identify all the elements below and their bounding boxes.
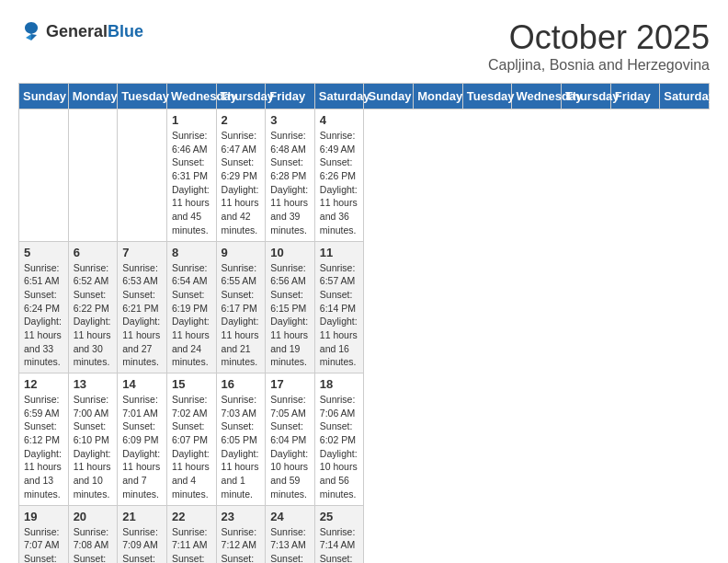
day-info: Sunrise: 7:09 AM Sunset: 5:57 PM Dayligh… <box>122 525 162 564</box>
day-info: Sunrise: 7:05 AM Sunset: 6:04 PM Dayligh… <box>270 393 310 501</box>
day-info: Sunrise: 7:07 AM Sunset: 6:00 PM Dayligh… <box>24 525 63 564</box>
day-cell-20: 20Sunrise: 7:08 AM Sunset: 5:59 PM Dayli… <box>68 505 118 563</box>
day-info: Sunrise: 7:06 AM Sunset: 6:02 PM Dayligh… <box>320 393 359 501</box>
day-number: 22 <box>172 510 211 523</box>
logo-text: GeneralBlue <box>46 22 143 41</box>
day-info: Sunrise: 6:52 AM Sunset: 6:22 PM Dayligh… <box>74 261 113 370</box>
empty-cell <box>118 109 167 242</box>
day-number: 14 <box>122 377 162 391</box>
col-header-saturday: Saturday <box>660 84 710 109</box>
day-info: Sunrise: 6:57 AM Sunset: 6:14 PM Dayligh… <box>320 261 359 370</box>
day-cell-25: 25Sunrise: 7:14 AM Sunset: 5:51 PM Dayli… <box>314 505 364 563</box>
day-number: 9 <box>222 246 261 259</box>
header-thursday: Thursday <box>216 84 266 109</box>
day-cell-15: 15Sunrise: 7:02 AM Sunset: 6:07 PM Dayli… <box>166 373 216 506</box>
header-sunday: Sunday <box>19 84 69 109</box>
day-cell-6: 6Sunrise: 6:52 AM Sunset: 6:22 PM Daylig… <box>68 241 118 373</box>
day-number: 12 <box>24 377 63 391</box>
day-number: 2 <box>222 113 261 127</box>
day-cell-18: 18Sunrise: 7:06 AM Sunset: 6:02 PM Dayli… <box>314 373 364 506</box>
col-header-monday: Monday <box>414 84 463 109</box>
calendar-header-row: SundayMondayTuesdayWednesdayThursdayFrid… <box>19 84 710 109</box>
day-cell-11: 11Sunrise: 6:57 AM Sunset: 6:14 PM Dayli… <box>314 241 364 373</box>
col-header-tuesday: Tuesday <box>462 84 512 109</box>
day-number: 3 <box>270 113 310 127</box>
day-info: Sunrise: 6:48 AM Sunset: 6:28 PM Dayligh… <box>270 129 310 237</box>
week-row-1: 1Sunrise: 6:46 AM Sunset: 6:31 PM Daylig… <box>19 109 710 242</box>
day-cell-10: 10Sunrise: 6:56 AM Sunset: 6:15 PM Dayli… <box>266 241 315 373</box>
day-cell-2: 2Sunrise: 6:47 AM Sunset: 6:29 PM Daylig… <box>216 109 266 242</box>
day-number: 5 <box>24 246 63 259</box>
day-info: Sunrise: 6:46 AM Sunset: 6:31 PM Dayligh… <box>172 129 211 237</box>
day-number: 11 <box>320 246 359 259</box>
day-info: Sunrise: 7:00 AM Sunset: 6:10 PM Dayligh… <box>74 393 113 501</box>
day-cell-9: 9Sunrise: 6:55 AM Sunset: 6:17 PM Daylig… <box>216 241 266 373</box>
day-info: Sunrise: 6:54 AM Sunset: 6:19 PM Dayligh… <box>172 261 211 370</box>
logo-general: General <box>46 22 108 40</box>
day-number: 23 <box>222 510 261 523</box>
day-cell-13: 13Sunrise: 7:00 AM Sunset: 6:10 PM Dayli… <box>68 373 118 506</box>
header-wednesday: Wednesday <box>166 84 216 109</box>
day-number: 4 <box>320 113 359 127</box>
logo-blue: Blue <box>108 22 143 40</box>
title-block: October 2025 Capljina, Bosnia and Herzeg… <box>488 18 710 74</box>
empty-cell <box>19 109 69 242</box>
day-info: Sunrise: 7:02 AM Sunset: 6:07 PM Dayligh… <box>172 393 211 501</box>
day-number: 7 <box>122 246 162 259</box>
day-number: 6 <box>74 246 113 259</box>
week-row-4: 19Sunrise: 7:07 AM Sunset: 6:00 PM Dayli… <box>19 505 710 563</box>
day-info: Sunrise: 7:11 AM Sunset: 5:56 PM Dayligh… <box>172 525 211 564</box>
day-number: 1 <box>172 113 211 127</box>
day-cell-16: 16Sunrise: 7:03 AM Sunset: 6:05 PM Dayli… <box>216 373 266 506</box>
header-tuesday: Tuesday <box>118 84 167 109</box>
day-number: 20 <box>74 510 113 523</box>
day-info: Sunrise: 6:49 AM Sunset: 6:26 PM Dayligh… <box>320 129 359 237</box>
day-info: Sunrise: 7:03 AM Sunset: 6:05 PM Dayligh… <box>222 393 261 501</box>
location-title: Capljina, Bosnia and Herzegovina <box>488 57 710 74</box>
day-cell-12: 12Sunrise: 6:59 AM Sunset: 6:12 PM Dayli… <box>19 373 69 506</box>
day-info: Sunrise: 7:01 AM Sunset: 6:09 PM Dayligh… <box>122 393 162 501</box>
day-cell-17: 17Sunrise: 7:05 AM Sunset: 6:04 PM Dayli… <box>266 373 315 506</box>
day-cell-14: 14Sunrise: 7:01 AM Sunset: 6:09 PM Dayli… <box>118 373 167 506</box>
day-cell-1: 1Sunrise: 6:46 AM Sunset: 6:31 PM Daylig… <box>166 109 216 242</box>
day-number: 19 <box>24 510 63 523</box>
month-title: October 2025 <box>488 18 710 57</box>
day-info: Sunrise: 6:56 AM Sunset: 6:15 PM Dayligh… <box>270 261 310 370</box>
day-cell-22: 22Sunrise: 7:11 AM Sunset: 5:56 PM Dayli… <box>166 505 216 563</box>
day-info: Sunrise: 7:12 AM Sunset: 5:54 PM Dayligh… <box>222 525 261 564</box>
day-cell-4: 4Sunrise: 6:49 AM Sunset: 6:26 PM Daylig… <box>314 109 364 242</box>
day-number: 17 <box>270 377 310 391</box>
header-friday: Friday <box>266 84 315 109</box>
day-number: 18 <box>320 377 359 391</box>
day-cell-21: 21Sunrise: 7:09 AM Sunset: 5:57 PM Dayli… <box>118 505 167 563</box>
day-info: Sunrise: 7:14 AM Sunset: 5:51 PM Dayligh… <box>320 525 359 564</box>
day-number: 15 <box>172 377 211 391</box>
day-cell-7: 7Sunrise: 6:53 AM Sunset: 6:21 PM Daylig… <box>118 241 167 373</box>
day-number: 21 <box>122 510 162 523</box>
week-row-2: 5Sunrise: 6:51 AM Sunset: 6:24 PM Daylig… <box>19 241 710 373</box>
header-saturday: Saturday <box>314 84 364 109</box>
day-info: Sunrise: 6:59 AM Sunset: 6:12 PM Dayligh… <box>24 393 63 501</box>
day-number: 8 <box>172 246 211 259</box>
day-info: Sunrise: 6:53 AM Sunset: 6:21 PM Dayligh… <box>122 261 162 370</box>
calendar-table: SundayMondayTuesdayWednesdayThursdayFrid… <box>18 83 710 563</box>
day-info: Sunrise: 6:55 AM Sunset: 6:17 PM Dayligh… <box>222 261 261 370</box>
col-header-sunday: Sunday <box>364 84 414 109</box>
logo-icon <box>18 18 44 44</box>
day-info: Sunrise: 6:47 AM Sunset: 6:29 PM Dayligh… <box>222 129 261 237</box>
page-header: GeneralBlue October 2025 Capljina, Bosni… <box>18 18 710 74</box>
col-header-wednesday: Wednesday <box>512 84 562 109</box>
week-row-3: 12Sunrise: 6:59 AM Sunset: 6:12 PM Dayli… <box>19 373 710 506</box>
col-header-thursday: Thursday <box>562 84 611 109</box>
logo: GeneralBlue <box>18 18 143 44</box>
day-number: 16 <box>222 377 261 391</box>
day-cell-5: 5Sunrise: 6:51 AM Sunset: 6:24 PM Daylig… <box>19 241 69 373</box>
day-cell-3: 3Sunrise: 6:48 AM Sunset: 6:28 PM Daylig… <box>266 109 315 242</box>
empty-cell <box>68 109 118 242</box>
day-number: 10 <box>270 246 310 259</box>
day-number: 24 <box>270 510 310 523</box>
day-cell-19: 19Sunrise: 7:07 AM Sunset: 6:00 PM Dayli… <box>19 505 69 563</box>
day-number: 25 <box>320 510 359 523</box>
day-cell-23: 23Sunrise: 7:12 AM Sunset: 5:54 PM Dayli… <box>216 505 266 563</box>
day-cell-24: 24Sunrise: 7:13 AM Sunset: 5:53 PM Dayli… <box>266 505 315 563</box>
